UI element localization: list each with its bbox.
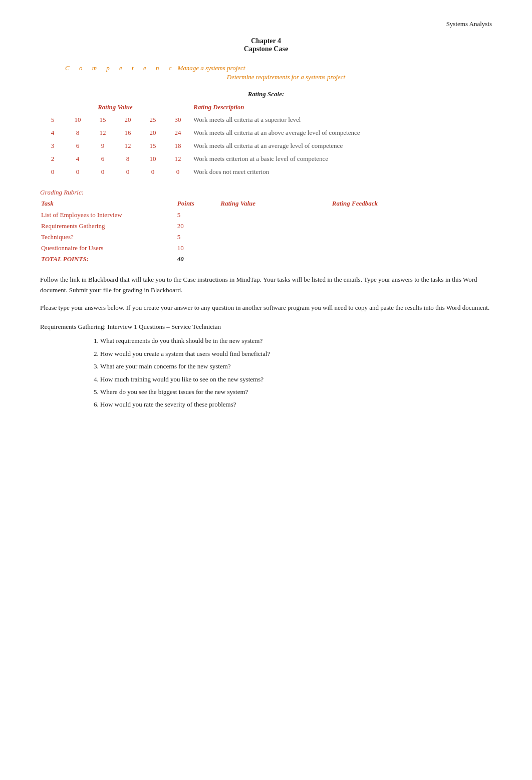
rating-value-header: Rating Value [40,101,190,113]
rubric-rating-value-cell [219,243,331,254]
rating-num-cell: 15 [90,113,115,126]
rating-num-cell: 0 [165,165,190,178]
rating-num-cell: 0 [140,165,165,178]
rating-num-cell: 12 [115,139,140,152]
rubric-rating-feedback-cell [331,221,492,232]
rating-scale-section: Rating Scale: Rating Value Rating Descri… [40,90,492,178]
competency-manage-text: Manage a systems project [177,64,245,72]
rating-num-cell: 6 [90,152,115,165]
rubric-total-row: TOTAL POINTS:40 [40,254,492,265]
rating-num-cell: 12 [165,152,190,165]
rating-num-cell: 15 [140,139,165,152]
rating-table-row: 369121518Work meets all criteria at an a… [40,139,492,152]
interview-heading: Requirements Gathering: Interview 1 Ques… [40,323,492,331]
question-item-6: How would you rate the severity of these… [100,399,492,410]
rating-num-cell: 12 [90,126,115,139]
rubric-total-task-label: TOTAL POINTS: [40,254,176,265]
rubric-table-row: Techniques?5 [40,232,492,243]
rating-num-cell: 8 [65,126,90,139]
rubric-rating-value-cell [219,210,331,221]
rating-desc-cell: Work does not meet criterion [190,165,492,178]
rating-num-cell: 16 [115,126,140,139]
rating-num-cell: 10 [65,113,90,126]
rubric-table: Task Points Rating Value Rating Feedback… [40,199,492,265]
rubric-task-cell: Requirements Gathering [40,221,176,232]
rating-desc-cell: Work meets all criteria at an above aver… [190,126,492,139]
rating-num-cell: 8 [115,152,140,165]
rubric-points-cell: 5 [176,232,219,243]
question-item-1: What requirements do you think should be… [100,335,492,346]
rating-num-cell: 4 [65,152,90,165]
rubric-task-cell: List of Employees to Interview [40,210,176,221]
rating-num-cell: 4 [40,126,65,139]
question-item-5: Where do you see the biggest issues for … [100,386,492,398]
rating-desc-cell: Work meets criterion at a basic level of… [190,152,492,165]
rubric-rating-feedback-cell [331,210,492,221]
question-list: What requirements do you think should be… [100,335,492,410]
rating-num-cell: 0 [40,165,65,178]
rating-num-cell: 9 [90,139,115,152]
rating-num-cell: 24 [165,126,190,139]
rating-num-cell: 2 [40,152,65,165]
rubric-table-row: Requirements Gathering20 [40,221,492,232]
header-systems-analysis: Systems Analysis [40,20,492,28]
rating-num-cell: 3 [40,139,65,152]
rating-num-cell: 0 [115,165,140,178]
rating-num-cell: 20 [115,113,140,126]
rubric-rating-value-header: Rating Value [219,199,331,210]
rating-table-row: 4812162024Work meets all criteria at an … [40,126,492,139]
chapter-line2: Capstone Case [40,45,492,53]
rating-num-cell: 10 [140,152,165,165]
question-item-3: What are your main concerns for the new … [100,360,492,372]
rating-num-cell: 18 [165,139,190,152]
rating-table-row: 24681012Work meets criterion at a basic … [40,152,492,165]
rubric-rating-value-cell [219,232,331,243]
rubric-task-cell: Techniques? [40,232,176,243]
rubric-rating-feedback-cell [331,243,492,254]
rating-desc-cell: Work meets all criteria at a superior le… [190,113,492,126]
question-item-2: How would you create a system that users… [100,348,492,359]
rubric-rating-value-cell [219,221,331,232]
rubric-points-cell: 5 [176,210,219,221]
rating-num-cell: 25 [140,113,165,126]
rubric-rating-feedback-header: Rating Feedback [331,199,492,210]
rating-desc-cell: Work meets all criteria at an average le… [190,139,492,152]
grading-rubric-section: Grading Rubric: Task Points Rating Value… [40,188,492,265]
rubric-total-points-value: 40 [176,254,219,265]
body-paragraph2: Please type your answers below. If you c… [40,303,492,313]
rating-num-cell: 6 [65,139,90,152]
chapter-block: Chapter 4 Capstone Case [40,37,492,53]
body-paragraph1: Follow the link in Blackboard that will … [40,275,492,296]
rubric-points-cell: 20 [176,221,219,232]
rating-num-cell: 30 [165,113,190,126]
rubric-total-empty1 [219,254,331,265]
rating-num-cell: 20 [140,126,165,139]
rating-table-row: 51015202530Work meets all criteria at a … [40,113,492,126]
rating-num-cell: 5 [40,113,65,126]
rating-num-cell: 0 [90,165,115,178]
grading-rubric-title: Grading Rubric: [40,188,492,197]
competency-determine-text: Determine requirements for a systems pro… [80,73,492,81]
rubric-table-row: Questionnaire for Users10 [40,243,492,254]
competency-spaced-text: C o m p e t e n c [65,64,175,72]
rubric-task-header: Task [40,199,176,210]
rubric-total-empty2 [331,254,492,265]
rating-num-cell: 0 [65,165,90,178]
rating-scale-title: Rating Scale: [40,90,492,98]
rubric-points-cell: 10 [176,243,219,254]
rating-table-row: 000000Work does not meet criterion [40,165,492,178]
rubric-rating-feedback-cell [331,232,492,243]
question-item-4: How much training would you like to see … [100,373,492,385]
rating-desc-header: Rating Description [190,101,492,113]
rating-scale-table: Rating Value Rating Description 51015202… [40,101,492,178]
rubric-table-row: List of Employees to Interview5 [40,210,492,221]
rubric-points-header: Points [176,199,219,210]
rubric-task-cell: Questionnaire for Users [40,243,176,254]
chapter-line1: Chapter 4 [40,37,492,45]
